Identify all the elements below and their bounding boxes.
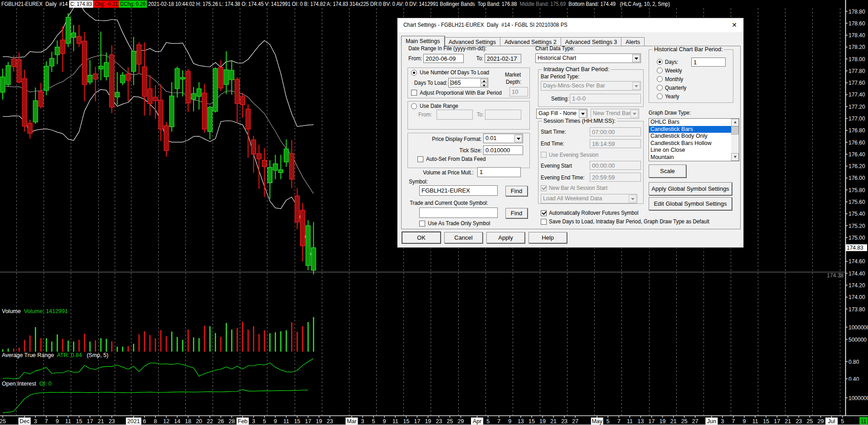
tick-size-input[interactable]: 0.010000 [483,145,523,155]
combo-arrow-icon[interactable] [629,195,636,203]
volume-bar [253,326,254,352]
list-item[interactable]: Line on Close [649,147,739,154]
days-radio[interactable] [657,59,663,65]
start-time-input[interactable]: 07:00:00 [590,127,641,136]
days-to-load-input[interactable]: 365 [448,78,488,87]
date-label: 8 [154,418,157,425]
quarterly-radio[interactable] [657,85,663,91]
combo-arrow-icon[interactable] [632,54,640,62]
evening-end-input[interactable]: 20:59:59 [590,173,641,182]
use-date-range-radio[interactable] [411,103,417,109]
new-trend-bar-combo[interactable]: New Trend Bar V [591,109,639,119]
volume-at-price-input[interactable]: 1 [477,167,521,177]
candle-body [246,109,250,129]
tab-main-settings[interactable]: Main Settings [401,36,445,46]
cancel-button[interactable]: Cancel [444,232,483,243]
scroll-down-icon[interactable] [731,153,739,161]
save-default-checkbox[interactable] [541,219,547,225]
help-button[interactable]: Help [529,232,567,243]
atr-scale-label: 0.80 [849,359,859,365]
date-axis[interactable]: 25Dec379111517212320216812141820222628Fe… [0,416,868,425]
date-label: 11 [627,418,633,425]
date-label: 9 [508,418,511,425]
volume-bar [106,339,107,352]
date-range-from-input[interactable]: 2020-06-09 [423,54,464,63]
weekend-data-combo[interactable]: Load All Weekend Data [541,194,637,203]
list-item[interactable]: Candlestick Body Only [649,133,739,140]
price-display-format-combo[interactable]: 0.01 [483,134,523,143]
trade-find-button[interactable]: Find [505,208,528,218]
monthly-radio[interactable] [657,76,663,82]
ok-button[interactable]: OK [402,232,441,243]
label-spacer [21,308,24,314]
spin-up-icon[interactable] [480,79,487,82]
weekly-radio[interactable] [657,68,663,73]
new-bar-at-session-checkbox[interactable] [541,185,547,191]
date-label: 17 [774,418,780,425]
close-icon[interactable]: ✕ [732,21,737,29]
price-scale[interactable]: 178.80178.60178.40178.20178.00177.80177.… [846,0,868,415]
auto-set-checkbox[interactable] [417,156,423,162]
date-label: 17 [305,418,311,425]
days-radio-label: Days: [665,59,678,65]
use-number-of-days-radio[interactable] [411,70,417,76]
days-value-input[interactable]: 1 [691,58,726,67]
symbol-find-button[interactable]: Find [505,186,528,196]
spin-down-icon[interactable] [480,83,487,87]
date-label: 5 [263,418,266,425]
setting-input[interactable]: 1-0-0 [570,94,641,103]
tab-advanced-settings-3[interactable]: Advanced Settings 3 [561,37,622,46]
bar-period-type-combo[interactable]: Days-Mins-Secs Per Bar [541,81,641,91]
volume-bar [313,317,314,352]
apply-button[interactable]: Apply [486,232,525,243]
volume-bar [231,329,233,352]
info-bar-segment-1: C: 174.83 [69,0,93,8]
listbox-scrollbar[interactable] [731,119,739,161]
chart-data-type-combo[interactable]: Historical Chart [535,53,641,63]
gap-fill-combo[interactable]: Gap Fill - None [536,109,587,119]
end-time-input[interactable]: 16:14:59 [590,139,641,148]
date-range-from-label: From: [399,55,422,62]
edit-global-button[interactable]: Edit Global Symbol Settings [649,197,732,210]
info-bar-segment-3: DChg: 0.26 [119,0,147,8]
combo-arrow-icon[interactable] [632,82,640,90]
combo-arrow-icon[interactable] [579,110,587,118]
date-label: 19 [425,418,431,425]
tab-advanced-settings[interactable]: Advanced Settings [445,37,500,46]
tab-advanced-settings-2[interactable]: Advanced Settings 2 [500,37,561,46]
combo-arrow-icon[interactable] [514,135,522,142]
market-depth-input[interactable]: 10 [509,87,528,97]
yearly-radio[interactable] [657,93,663,99]
trade-only-checkbox[interactable] [419,221,425,227]
scroll-up-icon[interactable] [731,119,739,126]
trade-symbol-input[interactable] [419,208,498,218]
symbol-input[interactable]: FGBLH21-EUREX [419,185,498,196]
scale-button[interactable]: Scale [649,164,686,178]
dialog-titlebar[interactable]: Chart Settings - FGBLH21-EUREX Daily #14… [398,18,743,32]
use-evening-session-checkbox[interactable] [541,152,547,158]
graph-draw-type-listbox[interactable]: OHLC Bars Candlestick Bars Candlestick B… [649,118,739,161]
combo-arrow-icon[interactable] [630,110,638,118]
price-scale-label: 176.40 [849,151,865,158]
range-from-input[interactable] [436,110,473,120]
apply-global-button[interactable]: Apply Global Symbol Settings [649,182,732,195]
rollover-checkbox[interactable] [541,210,547,216]
evening-start-input[interactable]: 00:00:00 [590,161,641,170]
date-range-to-input[interactable]: 2021-02-17 [485,54,521,63]
range-to-input[interactable] [485,110,521,120]
adjust-proportional-checkbox[interactable] [411,90,417,96]
range-from-label: From: [418,111,432,118]
tab-alerts[interactable]: Alerts [621,37,645,46]
candle-body [60,40,65,53]
list-item[interactable]: Mountain [649,154,739,161]
list-item[interactable]: Candlestick Bars Hollow [649,140,739,147]
date-label: 3 [252,418,255,425]
date-label: 3 [721,418,724,425]
candle-body [22,78,27,126]
list-item-selected[interactable]: Candlestick Bars [649,126,739,133]
candle-body [99,66,103,69]
list-item[interactable]: OHLC Bars [649,119,739,126]
volume-bar [84,334,85,352]
days-to-load-spinner[interactable] [480,79,487,87]
scrollbar-thumb[interactable] [731,126,739,135]
